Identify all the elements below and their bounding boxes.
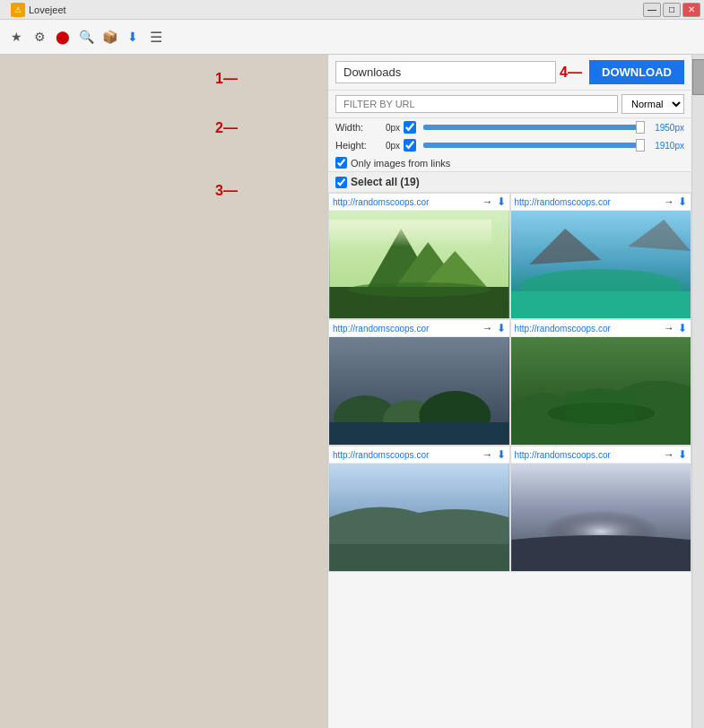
download-icon-6[interactable]: ⬇ xyxy=(678,448,687,461)
image-grid: http://randomscoops.cor → ⬇ xyxy=(328,193,691,572)
svg-point-5 xyxy=(347,282,491,297)
image-row-3: http://randomscoops.cor → ⬇ xyxy=(328,446,691,572)
image-url-6: http://randomscoops.cor xyxy=(515,450,661,460)
filter-row: Normal xyxy=(328,91,691,118)
image-url-4: http://randomscoops.cor xyxy=(515,324,661,334)
title-bar-icon: ⚠ xyxy=(11,3,25,17)
image-url-bar-4: http://randomscoops.cor → ⬇ xyxy=(511,320,691,337)
image-url-3: http://randomscoops.cor xyxy=(333,324,479,334)
image-scene-2[interactable] xyxy=(511,211,691,318)
scrollbar-thumb[interactable] xyxy=(692,59,704,95)
width-label: Width: xyxy=(335,122,371,133)
image-scene-1[interactable] xyxy=(329,211,509,318)
title-bar-text: ⚠ Lovejeet xyxy=(11,3,66,17)
annotation-2: 2— xyxy=(215,120,238,136)
select-all-label: Select all (19) xyxy=(351,176,420,188)
star-icon[interactable]: ★ xyxy=(7,28,25,46)
navigate-icon-6[interactable]: → xyxy=(664,448,674,461)
image-url-bar-2: http://randomscoops.cor → ⬇ xyxy=(511,194,691,211)
height-max-val: 1910px xyxy=(650,141,684,151)
normal-select[interactable]: Normal xyxy=(621,94,684,114)
image-url-1: http://randomscoops.cor xyxy=(333,197,479,207)
height-thumb[interactable] xyxy=(636,139,645,152)
image-scene-6[interactable] xyxy=(511,464,691,571)
nav-bar: ★ ⚙ ⬤ 🔍 📦 ⬇ ☰ xyxy=(0,20,704,54)
filter-input[interactable] xyxy=(335,95,618,113)
svg-rect-15 xyxy=(329,422,508,445)
image-url-bar-1: http://randomscoops.cor → ⬇ xyxy=(329,194,509,211)
main-area: 1— 2— 3— 4— DOWNLOAD Normal Width: 0px xyxy=(0,55,704,728)
image-scene-4[interactable] xyxy=(511,337,691,445)
panel-header: 4— DOWNLOAD xyxy=(328,55,691,91)
side-panel: 4— DOWNLOAD Normal Width: 0px 1950px xyxy=(327,55,704,728)
scrollbar-track xyxy=(691,55,704,728)
menu-icon[interactable]: ☰ xyxy=(147,28,165,46)
height-slider-row: Height: 0px 1910px xyxy=(328,136,691,154)
image-url-5: http://randomscoops.cor xyxy=(333,450,479,460)
title-bar: ⚠ Lovejeet — □ ✕ xyxy=(0,0,704,20)
navigate-icon-4[interactable]: → xyxy=(664,322,674,334)
image-url-2: http://randomscoops.cor xyxy=(515,197,661,207)
title-bar-buttons: — □ ✕ xyxy=(643,3,700,17)
annotation-3: 3— xyxy=(215,183,238,199)
downloads-input[interactable] xyxy=(335,61,556,83)
width-thumb[interactable] xyxy=(636,121,645,134)
images-links-label: Only images from links xyxy=(351,158,450,169)
download-icon-2[interactable]: ⬇ xyxy=(678,195,687,208)
width-min-val: 0px xyxy=(375,123,400,133)
search-icon[interactable]: 🔍 xyxy=(77,28,95,46)
image-row-1: http://randomscoops.cor → ⬇ xyxy=(328,193,691,319)
browser-chrome: ⚠ Lovejeet — □ ✕ ★ ⚙ ⬤ 🔍 📦 ⬇ ☰ xyxy=(0,0,704,55)
image-cell-5: http://randomscoops.cor → ⬇ xyxy=(328,446,510,572)
width-track[interactable] xyxy=(423,125,643,130)
stop-icon[interactable]: ⬤ xyxy=(54,28,72,46)
width-max-val: 1950px xyxy=(650,123,684,133)
page-area: 1— 2— 3— xyxy=(0,55,327,728)
height-track[interactable] xyxy=(423,143,643,148)
height-checkbox[interactable] xyxy=(404,139,416,152)
image-url-bar-5: http://randomscoops.cor → ⬇ xyxy=(329,446,509,464)
download-icon-4[interactable]: ⬇ xyxy=(678,322,687,334)
images-links-row: Only images from links xyxy=(328,154,691,172)
title-bar-title: Lovejeet xyxy=(29,4,66,15)
annotation-1: 1— xyxy=(215,71,238,87)
minimize-button[interactable]: — xyxy=(643,3,661,17)
image-cell-2: http://randomscoops.cor → ⬇ xyxy=(510,193,692,319)
download-button[interactable]: DOWNLOAD xyxy=(589,60,684,84)
download-icon-3[interactable]: ⬇ xyxy=(497,322,506,334)
image-cell-4: http://randomscoops.cor → ⬇ xyxy=(510,319,692,446)
height-label: Height: xyxy=(335,140,371,151)
extension-icon[interactable]: 📦 xyxy=(100,28,118,46)
svg-rect-20 xyxy=(329,544,508,571)
annotation-4: 4— xyxy=(560,65,582,81)
maximize-button[interactable]: □ xyxy=(663,3,681,17)
image-cell-1: http://randomscoops.cor → ⬇ xyxy=(328,193,510,319)
image-row-2: http://randomscoops.cor → ⬇ xyxy=(328,319,691,446)
select-all-row: Select all (19) xyxy=(328,172,691,193)
settings-icon[interactable]: ⚙ xyxy=(30,28,48,46)
svg-rect-10 xyxy=(511,291,691,318)
close-button[interactable]: ✕ xyxy=(682,3,700,17)
width-checkbox[interactable] xyxy=(404,121,416,134)
height-min-val: 0px xyxy=(375,141,400,151)
image-scene-5[interactable] xyxy=(329,464,509,571)
images-links-checkbox[interactable] xyxy=(335,157,347,169)
image-url-bar-3: http://randomscoops.cor → ⬇ xyxy=(329,320,509,337)
image-url-bar-6: http://randomscoops.cor → ⬇ xyxy=(511,446,691,464)
panel-content: 4— DOWNLOAD Normal Width: 0px 1950px xyxy=(328,55,704,728)
navigate-icon-2[interactable]: → xyxy=(664,195,674,208)
download-nav-icon[interactable]: ⬇ xyxy=(124,28,142,46)
svg-rect-18 xyxy=(565,391,637,427)
navigate-icon-5[interactable]: → xyxy=(482,448,493,461)
navigate-icon-1[interactable]: → xyxy=(482,195,493,208)
select-all-checkbox[interactable] xyxy=(335,177,347,188)
navigate-icon-3[interactable]: → xyxy=(482,322,493,334)
download-icon-5[interactable]: ⬇ xyxy=(497,448,506,461)
image-scene-3[interactable] xyxy=(329,337,509,445)
width-slider-row: Width: 0px 1950px xyxy=(328,118,691,136)
download-icon-1[interactable]: ⬇ xyxy=(497,195,506,208)
image-cell-3: http://randomscoops.cor → ⬇ xyxy=(328,319,510,446)
image-cell-6: http://randomscoops.cor → ⬇ xyxy=(510,446,692,572)
